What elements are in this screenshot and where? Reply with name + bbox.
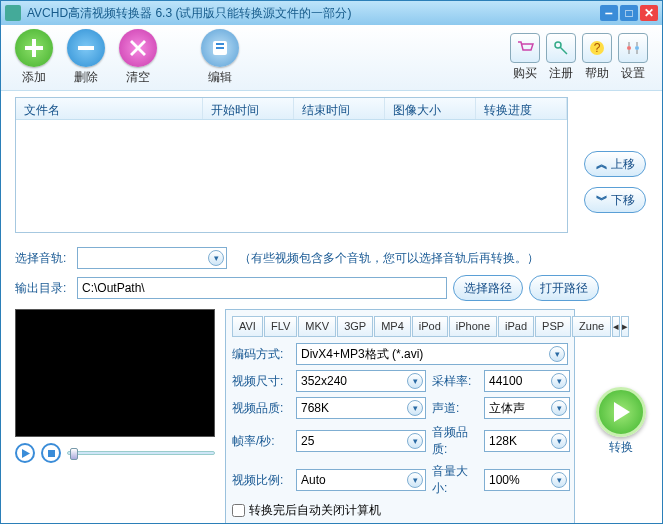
svg-rect-0 [78,46,94,50]
play-icon [21,449,30,458]
move-up-button[interactable]: ︽上移 [584,151,646,177]
svg-point-6 [635,46,639,50]
plus-icon [23,37,45,59]
clear-button[interactable]: 清空 [119,29,157,86]
delete-button[interactable]: 删除 [67,29,105,86]
help-button[interactable]: ?帮助 [582,33,612,82]
col-start[interactable]: 开始时间 [203,98,294,119]
gear-icon [624,39,642,57]
seek-slider[interactable] [67,451,215,455]
minimize-button[interactable]: ‒ [600,5,618,21]
app-icon [5,5,21,21]
tab-psp[interactable]: PSP [535,316,571,337]
dropdown-icon[interactable]: ▾ [549,346,565,362]
samplerate-select[interactable]: 44100▾ [484,370,570,392]
audio-quality-select[interactable]: 128K▾ [484,430,570,452]
edit-button[interactable]: 编辑 [201,29,239,86]
tab-mp4[interactable]: MP4 [374,316,411,337]
shutdown-checkbox[interactable] [232,504,245,517]
dropdown-icon[interactable]: ▾ [407,400,423,416]
open-path-button[interactable]: 打开路径 [529,275,599,301]
col-size[interactable]: 图像大小 [385,98,476,119]
add-button[interactable]: 添加 [15,29,53,86]
tab-avi[interactable]: AVI [232,316,263,337]
dropdown-icon[interactable]: ▾ [208,250,224,266]
register-button[interactable]: 注册 [546,33,576,82]
video-size-select[interactable]: 352x240▾ [296,370,426,392]
format-tabs: AVI FLV MKV 3GP MP4 iPod iPhone iPad PSP… [232,316,568,337]
dropdown-icon[interactable]: ▾ [407,373,423,389]
dropdown-icon[interactable]: ▾ [551,472,567,488]
minus-icon [75,37,97,59]
dropdown-icon[interactable]: ▾ [551,433,567,449]
video-quality-select[interactable]: 768K▾ [296,397,426,419]
edit-icon [209,37,231,59]
help-icon: ? [588,39,606,57]
output-dir-input[interactable] [77,277,447,299]
dropdown-icon[interactable]: ▾ [551,400,567,416]
fps-select[interactable]: 25▾ [296,430,426,452]
chevron-up-icon: ︽ [596,156,608,173]
svg-rect-7 [48,450,55,457]
window-title: AVCHD高清视频转换器 6.3 (试用版只能转换源文件的一部分) [27,5,600,22]
stop-icon [47,449,56,458]
col-filename[interactable]: 文件名 [16,98,203,119]
shutdown-label: 转换完后自动关闭计算机 [249,502,381,519]
play-button[interactable] [15,443,35,463]
dropdown-icon[interactable]: ▾ [551,373,567,389]
chevron-down-icon: ︾ [596,192,608,209]
browse-button[interactable]: 选择路径 [453,275,523,301]
audio-note: （有些视频包含多个音轨，您可以选择音轨后再转换。） [239,250,539,267]
cart-icon [516,39,534,57]
audio-track-select[interactable]: ▾ [77,247,227,269]
stop-button[interactable] [41,443,61,463]
x-icon [127,37,149,59]
dropdown-icon[interactable]: ▾ [407,472,423,488]
table-body [16,120,567,232]
maximize-button[interactable]: □ [620,5,638,21]
ratio-select[interactable]: Auto▾ [296,469,426,491]
slider-thumb[interactable] [70,448,78,460]
key-icon [552,39,570,57]
col-progress[interactable]: 转换进度 [476,98,567,119]
file-table[interactable]: 文件名 开始时间 结束时间 图像大小 转换进度 [15,97,568,233]
audio-track-label: 选择音轨: [15,250,71,267]
tab-ipod[interactable]: iPod [412,316,448,337]
play-icon [609,400,633,424]
tab-ipad[interactable]: iPad [498,316,534,337]
tab-iphone[interactable]: iPhone [449,316,497,337]
buy-button[interactable]: 购买 [510,33,540,82]
tab-mkv[interactable]: MKV [298,316,336,337]
close-button[interactable]: ✕ [640,5,658,21]
svg-point-5 [627,46,631,50]
volume-select[interactable]: 100%▾ [484,469,570,491]
col-end[interactable]: 结束时间 [294,98,385,119]
move-down-button[interactable]: ︾下移 [584,187,646,213]
video-preview [15,309,215,437]
dropdown-icon[interactable]: ▾ [407,433,423,449]
channel-select[interactable]: 立体声▾ [484,397,570,419]
tab-3gp[interactable]: 3GP [337,316,373,337]
convert-button[interactable]: 转换 [596,387,646,456]
encoder-select[interactable]: DivX4+MP3格式 (*.avi)▾ [296,343,568,365]
output-dir-label: 输出目录: [15,280,71,297]
tab-flv[interactable]: FLV [264,316,297,337]
settings-button[interactable]: 设置 [618,33,648,82]
svg-text:?: ? [594,41,601,55]
